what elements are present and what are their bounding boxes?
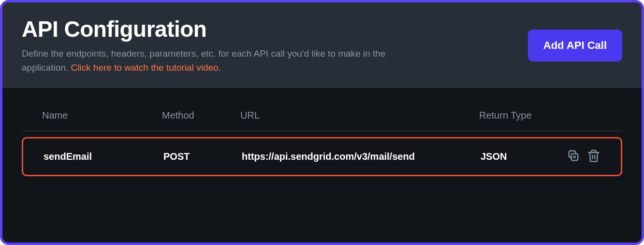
column-header-name: Name [42,110,162,121]
delete-button[interactable] [587,149,600,164]
column-header-method: Method [162,110,240,121]
column-header-actions [557,110,602,121]
api-table: Name Method URL Return Type sendEmail PO… [2,88,642,191]
api-config-panel: API Configuration Define the endpoints, … [0,0,644,245]
copy-button[interactable]: C [567,149,580,164]
tutorial-link[interactable]: Click here to watch the tutorial video. [71,62,221,73]
row-actions: C [559,149,600,164]
cell-return-type: JSON [481,151,559,162]
page-title: API Configuration [22,16,389,42]
column-header-url: URL [240,110,479,121]
table-header-row: Name Method URL Return Type [22,110,622,131]
column-header-return-type: Return Type [479,110,557,121]
cell-name: sendEmail [44,151,163,162]
trash-icon [587,149,600,164]
header-text-block: API Configuration Define the endpoints, … [22,16,389,75]
copy-icon: C [567,149,580,164]
page-subtitle: Define the endpoints, headers, parameter… [22,47,389,75]
table-row[interactable]: sendEmail POST https://api.sendgrid.com/… [22,137,622,176]
svg-text:C: C [573,154,576,159]
cell-url: https://api.sendgrid.com/v3/mail/send [242,151,481,162]
add-api-call-button[interactable]: Add API Call [528,30,622,61]
cell-method: POST [163,151,242,162]
panel-header: API Configuration Define the endpoints, … [2,2,642,88]
